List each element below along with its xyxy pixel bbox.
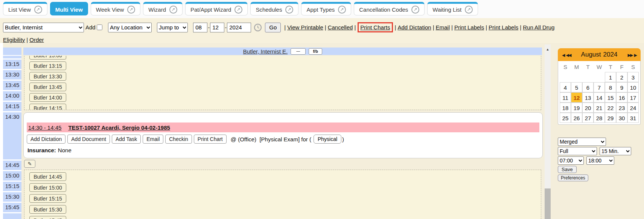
tab-list-view[interactable]: List View↗ [3,2,47,15]
calendar-day[interactable]: 9 [616,82,627,92]
appointment-time-link[interactable]: 14:30 - 14:45 [28,124,61,131]
butler-13-15-slot-button[interactable]: Butler 13:15 [29,61,66,70]
print-chart-button[interactable]: Print Chart [194,135,227,144]
minimize-column-button[interactable]: — [291,48,306,55]
calendar-day[interactable]: 14 [594,92,605,103]
tab-wizard[interactable]: Wizard↗ [143,2,183,15]
tab-waiting-list[interactable]: Waiting List↗ [427,2,478,15]
add-dictation-button[interactable]: Add Dictation [27,135,65,144]
calendar-day[interactable]: 1 [605,72,616,82]
butler-15-15-slot-button[interactable]: Butler 15:15 [29,194,66,203]
go-button[interactable]: Go [265,23,281,32]
calendar-day[interactable]: 29 [605,113,616,123]
provider-header-link[interactable]: Butler, Internist E. [243,48,288,55]
calendar-day[interactable]: 18 [560,103,571,113]
open-new-window-icon[interactable]: ↗ [411,6,419,14]
email-link[interactable]: Email [436,24,450,31]
zoom-select[interactable]: Full [558,147,597,155]
calendar-day[interactable]: 19 [571,103,582,113]
calendar-day[interactable]: 6 [582,82,594,92]
tab-multi-view[interactable]: Multi View [50,2,88,15]
cancelled-link[interactable]: Cancelled [328,24,353,31]
calendar-day[interactable]: 25 [560,113,571,123]
calendar-day[interactable]: 13 [582,92,594,103]
fb-button[interactable]: f/b [309,48,322,55]
interval-select[interactable]: 15 Min. [600,147,631,155]
calendar-day[interactable]: 4 [560,82,571,92]
scroll-up-arrow-icon[interactable]: ▲ [545,44,551,51]
calendar-day[interactable]: 11 [560,92,571,103]
calendar-day[interactable]: 10 [627,82,639,92]
tab-cancellation-codes[interactable]: Cancellation Codes↗ [354,2,425,15]
open-new-window-icon[interactable]: ↗ [169,6,177,14]
calendar-day[interactable]: 23 [616,103,627,113]
calendar-day[interactable]: 17 [627,92,639,103]
open-new-window-icon[interactable]: ↗ [465,6,473,14]
calendar-day[interactable]: 3 [627,72,639,82]
calendar-day[interactable]: 31 [627,113,639,123]
butler-13-00-slot-button[interactable]: Butler 13:00 [29,56,66,60]
tab-schedules[interactable]: Schedules↗ [250,2,298,15]
appointment-patient-link[interactable]: TEST-10027 Acardi, Sergio 04-02-1985 [68,124,170,131]
calendar-day[interactable]: 30 [616,113,627,123]
edit-slot-button[interactable]: ✎ [24,160,35,168]
calendar-day[interactable]: 5 [571,82,582,92]
checkin-button[interactable]: Checkin [165,135,192,144]
tab-appt-types[interactable]: Appt Types↗ [301,2,351,15]
butler-14-00-slot-button[interactable]: Butler 14:00 [29,93,66,102]
butler-14-15-slot-button[interactable]: Butler 14:15 [29,104,66,110]
scrollbar-thumb[interactable] [545,188,551,219]
print-labels-link[interactable]: Print Labels [454,24,484,31]
open-new-window-icon[interactable]: ↗ [338,6,346,14]
butler-14-45-slot-button[interactable]: Butler 14:45 [29,172,66,181]
print-charts-link[interactable]: Print Charts [360,24,390,31]
fast-prev-icon[interactable]: ◀◀ [566,53,571,57]
clock-icon[interactable] [254,23,262,35]
date-day-input[interactable] [210,23,224,32]
calendar-day[interactable]: 22 [605,103,616,113]
email-button[interactable]: Email [143,135,163,144]
butler-15-00-slot-button[interactable]: Butler 15:00 [29,183,66,192]
add-checkbox[interactable] [97,25,102,30]
calendar-day[interactable]: 7 [594,82,605,92]
calendar-day[interactable]: 2 [616,72,627,82]
calendar-day[interactable]: 24 [627,103,639,113]
calendar-day[interactable]: 21 [594,103,605,113]
open-new-window-icon[interactable]: ↗ [285,6,293,14]
calendar-day[interactable]: 16 [616,92,627,103]
jump-to-select[interactable]: Jump to [157,23,188,32]
merged-select[interactable]: Merged [558,138,606,146]
preferences-button[interactable]: Preferences [558,175,588,181]
location-select[interactable]: Any Location [108,23,152,32]
open-new-window-icon[interactable]: ↗ [34,6,42,14]
butler-13-30-slot-button[interactable]: Butler 13:30 [29,72,66,81]
butler-13-45-slot-button[interactable]: Butler 13:45 [29,83,66,91]
next-month-icon[interactable]: ▶ [634,53,636,57]
date-year-input[interactable] [227,23,251,32]
calendar-day[interactable]: 8 [605,82,616,92]
open-new-window-icon[interactable]: ↗ [127,6,135,14]
start-time-select[interactable]: 07:00 [558,156,584,165]
calendar-day-selected[interactable]: 12 [571,92,582,103]
calendar-day[interactable]: 20 [582,103,594,113]
open-new-window-icon[interactable]: ↗ [234,6,242,14]
butler-15-30-slot-button[interactable]: Butler 15:30 [29,205,66,214]
schedule-scrollbar[interactable]: ▲ [545,44,551,219]
tab-pat-appt-wizard[interactable]: Pat/Appt Wizard↗ [185,2,248,15]
view-printable-link[interactable]: View Printable [287,24,323,31]
add-task-button[interactable]: Add Task [112,135,141,144]
print-labels-link[interactable]: Print Labels [489,24,518,31]
tab-week-view[interactable]: Week View↗ [91,2,140,15]
butler-15-45-slot-button[interactable]: Butler 15:45 [29,216,66,219]
save-button[interactable]: Save [558,166,577,173]
appointment-type-button[interactable]: Physical [314,135,341,144]
add-dictation-link[interactable]: Add Dictation [397,24,431,31]
date-month-input[interactable] [193,23,207,32]
fast-next-icon[interactable]: ▶▶ [628,53,633,57]
calendar-day[interactable]: 26 [571,113,582,123]
calendar-day[interactable]: 15 [605,92,616,103]
add-document-button[interactable]: Add Document [67,135,110,144]
end-time-select[interactable]: 18:00 [586,156,614,165]
calendar-day[interactable]: 28 [594,113,605,123]
prev-month-icon[interactable]: ◀ [562,53,564,57]
